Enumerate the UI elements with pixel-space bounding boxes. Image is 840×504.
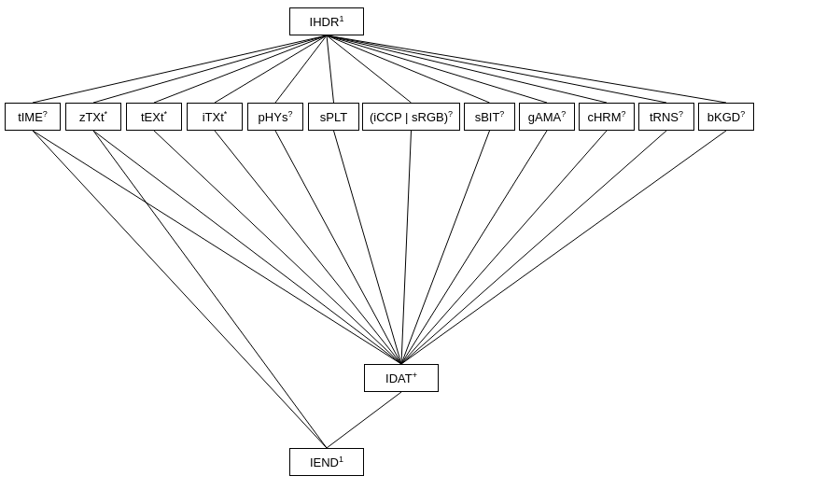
svg-line-11	[327, 35, 726, 103]
svg-line-5	[327, 35, 334, 103]
svg-line-16	[275, 131, 401, 364]
svg-line-24	[327, 392, 401, 448]
node-cHRM: cHRM?	[579, 103, 635, 131]
node-tEXt: tEXt*	[126, 103, 182, 131]
node-bKGD: bKGD?	[698, 103, 754, 131]
svg-line-10	[327, 35, 666, 103]
svg-line-14	[154, 131, 401, 364]
ihdr-sup: 1	[339, 14, 343, 23]
svg-line-13	[93, 131, 401, 364]
node-tRNS: tRNS?	[638, 103, 694, 131]
svg-line-23	[401, 131, 726, 364]
svg-line-21	[401, 131, 607, 364]
node-IEND: IEND1	[289, 448, 364, 476]
svg-line-17	[334, 131, 402, 364]
node-iTXt: iTXt*	[187, 103, 243, 131]
node-sBIT: sBIT?	[464, 103, 515, 131]
node-gAMA: gAMA?	[519, 103, 575, 131]
node-tIME: tIME?	[5, 103, 61, 131]
svg-line-19	[401, 131, 490, 364]
node-iCCP-sRGB: (iCCP | sRGB)?	[362, 103, 460, 131]
svg-line-18	[401, 131, 412, 364]
node-IHDR: IHDR1	[289, 7, 364, 35]
svg-line-1	[93, 35, 327, 103]
svg-line-3	[215, 35, 327, 103]
svg-line-22	[401, 131, 666, 364]
node-zTXt: zTXt*	[65, 103, 121, 131]
svg-line-8	[327, 35, 547, 103]
svg-line-26	[93, 131, 327, 448]
node-IDAT: IDAT+	[364, 364, 439, 392]
svg-line-20	[401, 131, 547, 364]
node-pHYs: pHYs?	[247, 103, 303, 131]
node-sPLT: sPLT	[308, 103, 359, 131]
svg-line-15	[215, 131, 401, 364]
